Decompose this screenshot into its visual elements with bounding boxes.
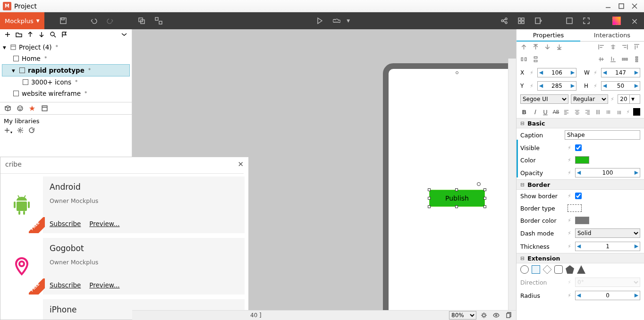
tree-page[interactable]: website wireframe*: [2, 88, 130, 99]
copy-icon[interactable]: [504, 312, 513, 319]
arrow-down-icon[interactable]: [37, 31, 46, 38]
visible-checkbox[interactable]: [575, 144, 582, 151]
align-top-icon[interactable]: [633, 43, 640, 52]
dashmode-select[interactable]: Solid: [575, 228, 640, 238]
tab-masters[interactable]: [40, 104, 49, 113]
toolbar-close[interactable]: ×: [625, 16, 644, 26]
share-button[interactable]: [496, 12, 513, 29]
fill-color-swatch[interactable]: [575, 156, 589, 164]
bring-frontward-icon[interactable]: [520, 43, 527, 52]
italic-button[interactable]: I: [531, 108, 538, 116]
tab-icons[interactable]: [15, 104, 25, 113]
add-lib-icon[interactable]: ▾: [4, 126, 12, 135]
valign-top[interactable]: [594, 108, 602, 116]
brightness-icon[interactable]: [479, 312, 489, 319]
align-center-icon[interactable]: [610, 43, 617, 52]
showborder-checkbox[interactable]: [575, 193, 582, 199]
library-card[interactable]: FREE Android Owner Mockplus Subscribe Pr…: [0, 177, 245, 233]
resize-handle[interactable]: [428, 188, 431, 191]
font-weight-select[interactable]: Regular: [571, 94, 608, 104]
y-input[interactable]: ◀285▶: [537, 81, 576, 91]
x-input[interactable]: ◀106▶: [537, 68, 576, 77]
refresh-icon[interactable]: [28, 126, 35, 135]
tab-interactions[interactable]: Interactions: [580, 29, 644, 42]
save-button[interactable]: [55, 12, 72, 29]
ungroup-button[interactable]: [150, 12, 167, 29]
maximize-button[interactable]: [615, 1, 628, 11]
dist-v-icon[interactable]: [532, 56, 539, 65]
subscribe-link[interactable]: Subscribe: [50, 220, 81, 227]
send-backward-icon[interactable]: [556, 43, 563, 52]
resize-handle[interactable]: [483, 205, 486, 208]
section-extension[interactable]: Extension: [517, 253, 644, 263]
grid-button[interactable]: [513, 12, 530, 29]
opacity-input[interactable]: ◀100▶: [575, 168, 640, 177]
font-family-select[interactable]: Segoe UI: [520, 94, 568, 104]
thickness-input[interactable]: ◀1▶: [575, 242, 640, 251]
group-button[interactable]: [133, 12, 150, 29]
resize-handle[interactable]: [428, 197, 431, 200]
resize-handle[interactable]: [483, 197, 486, 200]
spread-v-icon[interactable]: [633, 56, 640, 65]
redo-button[interactable]: [102, 12, 119, 29]
export-button[interactable]: [530, 12, 547, 29]
resize-handle[interactable]: [483, 188, 486, 191]
shape-roundrect[interactable]: [554, 265, 563, 274]
flag-icon[interactable]: [59, 31, 69, 38]
underline-button[interactable]: U: [542, 108, 549, 116]
cloud-button[interactable]: [328, 12, 345, 29]
fullscreen-button[interactable]: [578, 12, 595, 29]
subscribe-link[interactable]: Subscribe: [50, 281, 81, 289]
send-back-icon[interactable]: [544, 43, 551, 52]
align-right-icon[interactable]: [621, 43, 628, 52]
tab-components[interactable]: [3, 104, 12, 113]
search-icon[interactable]: [48, 31, 58, 38]
shape-ellipse[interactable]: [520, 265, 529, 274]
align-right-text[interactable]: [584, 108, 592, 116]
align-left-text[interactable]: [563, 108, 570, 116]
eye-icon[interactable]: [491, 312, 501, 319]
valign-mid[interactable]: [605, 108, 612, 116]
dist-h-icon[interactable]: [520, 56, 527, 65]
shape-rect[interactable]: [532, 265, 540, 274]
minimize-button[interactable]: [602, 1, 615, 11]
shape-triangle[interactable]: [577, 265, 585, 274]
section-basic[interactable]: Basic: [517, 118, 644, 128]
canvas-scrollbar[interactable]: [508, 59, 516, 310]
preview-link[interactable]: Preview...: [89, 281, 119, 289]
collapse-icon[interactable]: [119, 31, 129, 38]
border-color-swatch[interactable]: [575, 217, 589, 224]
settings-icon[interactable]: [17, 126, 24, 135]
w-input[interactable]: ◀147▶: [601, 68, 640, 77]
resize-handle[interactable]: [455, 205, 458, 208]
undo-button[interactable]: [85, 12, 102, 29]
tree-page[interactable]: 3000+ icons*: [2, 76, 130, 88]
arrow-up-icon[interactable]: [25, 31, 35, 38]
section-border[interactable]: Border: [517, 179, 644, 190]
window-single[interactable]: [561, 12, 578, 29]
brand-menu[interactable]: Mockplus▼: [0, 12, 44, 29]
zoom-select[interactable]: 80%: [449, 311, 476, 320]
subscribe-close[interactable]: ✕: [237, 160, 244, 168]
tree-page[interactable]: Home*: [2, 53, 130, 64]
play-button[interactable]: [311, 12, 328, 29]
library-card[interactable]: FREE Gogobot Owner Mockplus Subscribe Pr…: [0, 238, 245, 295]
valign-bot[interactable]: [616, 108, 623, 116]
tab-properties[interactable]: Properties: [517, 29, 580, 42]
align-bottom-icon[interactable]: [610, 56, 617, 65]
tab-favorites[interactable]: ★: [27, 104, 37, 113]
tree-page-selected[interactable]: ▾ rapid prototype*: [2, 64, 130, 76]
resize-handle[interactable]: [428, 205, 431, 208]
folder-icon[interactable]: [14, 31, 24, 38]
bold-button[interactable]: B: [520, 108, 528, 116]
text-color-swatch[interactable]: [633, 108, 640, 116]
resize-handle[interactable]: [455, 188, 458, 191]
align-center-text[interactable]: [573, 108, 581, 116]
shape-diamond[interactable]: [542, 265, 551, 274]
preview-link[interactable]: Preview...: [89, 220, 119, 227]
close-button[interactable]: [628, 1, 641, 11]
rotate-handle[interactable]: [477, 182, 481, 186]
tree-root[interactable]: ▾ Project (4)*: [2, 42, 130, 53]
bring-front-icon[interactable]: [532, 43, 539, 52]
caption-input[interactable]: [565, 130, 640, 140]
